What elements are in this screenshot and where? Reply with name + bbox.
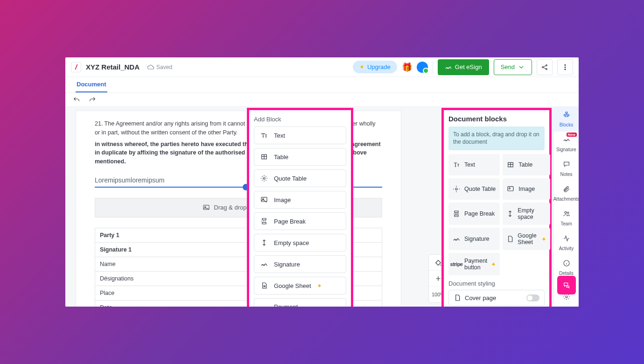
cover-page-row: Cover page: [448, 290, 545, 306]
toolstrip: [65, 93, 579, 107]
signature-icon: [452, 235, 461, 243]
cover-page-toggle[interactable]: [526, 294, 539, 301]
svg-point-9: [263, 177, 265, 179]
get-esign-button[interactable]: Get eSign: [438, 59, 489, 75]
vertical-resize-icon: [506, 210, 514, 217]
page-icon: [454, 294, 461, 301]
chat-icon: [563, 281, 570, 289]
tabs-row: Document: [65, 77, 579, 93]
sparkle-icon: ✦: [359, 63, 364, 70]
new-badge: New: [567, 133, 577, 137]
sparkle-icon: ✦: [317, 282, 322, 289]
page-break-icon: [452, 210, 461, 217]
block-card-image[interactable]: Image: [503, 178, 550, 200]
share-button[interactable]: [537, 59, 553, 75]
signature-icon: [260, 260, 268, 268]
app-frame: / XYZ Retail_NDA Saved ✦ Upgrade 🎁 Get e…: [65, 57, 579, 307]
block-option-quote-table[interactable]: Quote Table: [254, 169, 346, 187]
table-icon: [260, 153, 268, 161]
block-option-text[interactable]: Text: [254, 126, 346, 144]
rail-activity[interactable]: Activity: [554, 231, 579, 255]
sheet-icon: [260, 282, 268, 289]
rail-signature[interactable]: NewSignature: [554, 132, 579, 156]
svg-point-4: [565, 67, 566, 68]
block-option-table[interactable]: Table: [254, 148, 346, 166]
chat-icon: [563, 161, 570, 170]
svg-point-17: [567, 212, 568, 213]
paint-bucket-icon: [434, 259, 442, 266]
rail-blocks[interactable]: Blocks: [554, 107, 579, 132]
sparkle-icon: ✦: [491, 261, 496, 268]
send-button[interactable]: Send: [494, 59, 532, 75]
gear-icon: [563, 293, 570, 302]
tab-document[interactable]: Document: [76, 77, 107, 92]
svg-point-13: [455, 188, 457, 190]
block-option-signature[interactable]: Signature: [254, 255, 346, 273]
rail-team[interactable]: Team: [554, 206, 579, 231]
block-option-google-sheet[interactable]: Google Sheet✦: [254, 277, 346, 294]
chevron-down-icon: [518, 63, 525, 71]
panel-title: Document blocks: [448, 115, 545, 123]
block-option-empty-space[interactable]: Empty space: [254, 234, 346, 252]
user-avatar[interactable]: [417, 62, 428, 73]
block-card-table[interactable]: Table: [503, 154, 550, 175]
svg-point-16: [565, 211, 567, 213]
svg-point-3: [565, 64, 566, 65]
page-break-icon: [260, 217, 268, 225]
svg-rect-14: [508, 187, 513, 191]
text-icon: [452, 161, 461, 168]
add-block-popover: Add Block Text Table Quote Table Image P…: [247, 108, 353, 307]
undo-button[interactable]: [73, 96, 80, 104]
top-bar: / XYZ Retail_NDA Saved ✦ Upgrade 🎁 Get e…: [65, 57, 579, 77]
cloud-icon: [147, 63, 154, 71]
styling-section-label: Document styling: [448, 280, 545, 287]
block-option-payment-button[interactable]: stripePayment button✦New: [254, 298, 346, 307]
rail-attachments[interactable]: Attachments: [554, 181, 579, 206]
block-card-page-break[interactable]: Page Break: [448, 203, 500, 225]
plus-icon: [434, 275, 442, 282]
share-icon: [541, 63, 548, 71]
block-option-image[interactable]: Image: [254, 191, 346, 209]
block-card-text[interactable]: Text: [448, 154, 500, 175]
activity-icon: [563, 235, 570, 244]
logo-icon: /: [71, 62, 81, 72]
gear-icon: [452, 185, 461, 193]
block-card-quote-table[interactable]: Quote Table: [448, 178, 500, 200]
svg-point-19: [566, 296, 567, 298]
svg-point-5: [565, 69, 566, 70]
more-vertical-icon: [561, 63, 569, 71]
image-icon: [260, 196, 268, 203]
main-area: 21. The Agreement and/or any rights aris…: [65, 107, 579, 307]
upgrade-button[interactable]: ✦ Upgrade: [353, 61, 397, 73]
block-option-page-break[interactable]: Page Break: [254, 212, 346, 230]
vertical-resize-icon: [260, 239, 268, 246]
svg-point-0: [542, 66, 544, 68]
block-card-payment-button[interactable]: stripePayment button✦: [448, 253, 500, 275]
info-icon: [563, 259, 570, 269]
block-card-signature[interactable]: Signature: [448, 228, 500, 250]
document-blocks-panel: Document blocks To add a block, drag and…: [441, 108, 552, 307]
gear-icon: [260, 175, 268, 182]
text-icon: [260, 132, 268, 139]
more-button[interactable]: [557, 59, 573, 75]
block-card-google-sheet[interactable]: Google Sheet✦: [503, 228, 550, 250]
paperclip-icon: [563, 185, 570, 195]
svg-rect-10: [261, 197, 267, 202]
stripe-icon: stripe: [452, 261, 461, 267]
image-icon: [506, 185, 515, 193]
table-icon: [506, 161, 515, 168]
team-icon: [563, 210, 570, 219]
panel-hint: To add a block, drag and drop it on the …: [448, 126, 545, 150]
blocks-icon: [563, 111, 570, 120]
chat-fab[interactable]: [557, 276, 576, 294]
signature-icon: [445, 63, 452, 71]
svg-point-2: [546, 68, 547, 70]
rail-notes[interactable]: Notes: [554, 156, 579, 181]
image-icon: [203, 204, 210, 211]
add-block-title: Add Block: [254, 116, 346, 123]
gift-icon[interactable]: 🎁: [402, 62, 412, 72]
block-card-empty-space[interactable]: Empty space: [503, 203, 550, 225]
redo-button[interactable]: [89, 96, 96, 104]
sparkle-icon: ✦: [541, 236, 546, 243]
svg-point-15: [509, 188, 511, 189]
